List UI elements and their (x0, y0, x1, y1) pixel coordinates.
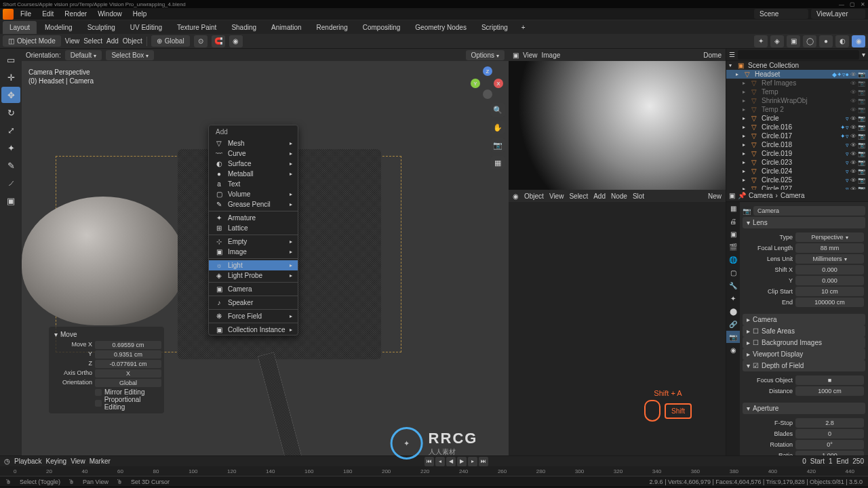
outliner-item-toggles[interactable]: ▿👁📷 (846, 150, 865, 157)
add-menu-item-lattice[interactable]: ⊞Lattice (209, 223, 298, 233)
tab-compositing[interactable]: Compositing (356, 21, 408, 34)
rotate-tool-icon[interactable]: ↻ (1, 104, 20, 121)
disclosure-icon[interactable]: ▾ (729, 62, 736, 68)
tab-material-icon[interactable]: ◉ (726, 344, 740, 356)
safe-areas-header[interactable]: ▸☐Safe Areas (743, 325, 865, 337)
lens-section-header[interactable]: ▾Lens (743, 217, 865, 228)
clipstart-input[interactable]: 10 cm (795, 287, 864, 296)
operator-panel[interactable]: ▾Move Move X0.69559 cm Y0.9351 cm Z-0.07… (49, 327, 164, 413)
outliner-item[interactable]: ▸▽Circle.023▿👁📷 (726, 158, 868, 167)
render-visibility-icon[interactable]: 📷 (858, 150, 865, 157)
disclosure-icon[interactable]: ▸ (743, 150, 749, 157)
outliner-item-toggles[interactable]: 👁📷 (850, 80, 865, 87)
disclosure-icon[interactable]: ▸ (743, 98, 749, 104)
render-visibility-icon[interactable]: 📷 (858, 133, 865, 140)
add-menu-item-force-field[interactable]: ❋Force Field▸ (209, 311, 298, 321)
add-menu-item-curve[interactable]: 〰Curve▸ (209, 148, 298, 159)
outliner-item[interactable]: ▸▽Ref Images👁📷 (726, 79, 868, 87)
outliner-item-toggles[interactable]: 👁📷 (850, 106, 865, 113)
end-frame-input[interactable]: 250 (852, 458, 864, 465)
disclosure-icon[interactable]: ▸ (743, 168, 749, 174)
shading-wireframe-icon[interactable]: ◯ (803, 35, 816, 47)
add-menu-item-collection-instance[interactable]: ▣Collection Instance▸ (209, 325, 298, 335)
shiftx-input[interactable]: 0.000 (795, 265, 864, 274)
outliner-item[interactable]: ▸▽Circle.024▿👁📷 (726, 167, 868, 176)
shader-editor[interactable]: Shift + A Shift (509, 202, 726, 455)
disclosure-icon[interactable]: ▸ (736, 71, 743, 77)
perspective-icon[interactable]: ▦ (491, 156, 505, 169)
visibility-icon[interactable]: 👁 (850, 168, 856, 175)
mirror-checkbox[interactable] (95, 389, 102, 396)
tab-layout[interactable]: Layout (3, 21, 37, 34)
axis-x-icon[interactable]: X (494, 79, 503, 88)
visibility-icon[interactable]: 👁 (850, 124, 856, 131)
add-menu-item-empty[interactable]: ⊹Empty▸ (209, 237, 298, 247)
tab-viewlayer-icon[interactable]: ▣ (726, 228, 740, 240)
visibility-icon[interactable]: 👁 (850, 133, 856, 140)
disclosure-icon[interactable]: ▸ (743, 159, 749, 165)
view-layer-field[interactable]: ViewLayer (811, 9, 865, 19)
tab-modeling[interactable]: Modeling (38, 21, 79, 34)
disclosure-icon[interactable]: ▸ (743, 80, 749, 86)
visibility-icon[interactable]: 👁 (850, 159, 856, 166)
menu-help[interactable]: Help (129, 9, 151, 19)
jump-start-icon[interactable]: ⏮ (425, 457, 434, 466)
menu-edit[interactable]: Edit (38, 9, 58, 19)
orientation-op-value[interactable]: Global (95, 379, 161, 387)
tab-rendering[interactable]: Rendering (310, 21, 355, 34)
tl-marker[interactable]: Marker (90, 458, 111, 465)
zoom-icon[interactable]: 🔍 (491, 103, 505, 117)
visibility-icon[interactable]: 👁 (850, 150, 856, 157)
render-visibility-icon[interactable]: 📷 (858, 177, 865, 184)
render-visibility-icon[interactable]: 📷 (858, 98, 865, 104)
focus-object-picker[interactable]: ■ (795, 375, 864, 385)
scene-field[interactable]: Scene (754, 9, 808, 19)
visibility-icon[interactable]: 👁 (850, 177, 856, 184)
disclosure-icon[interactable]: ▸ (743, 142, 749, 148)
movey-value[interactable]: 0.9351 cm (95, 350, 161, 359)
disclosure-icon[interactable]: ▸ (743, 89, 749, 95)
outliner-item[interactable]: ▸▽Headset◆✦▿●👁📷 (726, 70, 868, 79)
snap-icon[interactable]: 🧲 (212, 35, 225, 47)
blender-logo-icon[interactable] (3, 9, 14, 20)
drag-select[interactable]: Select Box (106, 50, 154, 60)
menu-window[interactable]: Window (94, 9, 126, 19)
image-datablock[interactable]: Dome (703, 52, 722, 59)
img-image[interactable]: Image (542, 52, 561, 59)
outliner-root[interactable]: ▾ ▣ Scene Collection (726, 61, 868, 70)
orientation-dropdown[interactable]: ⊕ Global (151, 35, 190, 47)
outliner[interactable]: ▾ ▣ Scene Collection ▸▽Headset◆✦▿●👁📷▸▽Re… (726, 61, 868, 190)
add-cube-tool-icon[interactable]: ▣ (1, 192, 20, 209)
tab-uv-editing[interactable]: UV Editing (123, 21, 169, 34)
shader-slot[interactable]: Slot (633, 192, 644, 200)
visibility-icon[interactable]: 👁 (850, 142, 856, 148)
tab-scripting[interactable]: Scripting (475, 21, 515, 34)
menu-file[interactable]: File (16, 9, 35, 19)
outliner-item[interactable]: ▸▽Circle.017✦▿👁📷 (726, 131, 868, 140)
prev-key-icon[interactable]: ◂ (435, 457, 445, 466)
add-menu-item-camera[interactable]: ▣Camera (209, 284, 298, 294)
visibility-icon[interactable]: 👁 (850, 106, 856, 113)
shader-node[interactable]: Node (611, 192, 627, 200)
outliner-type-icon[interactable]: ☰ (729, 51, 735, 58)
disclosure-icon[interactable]: ▸ (743, 106, 749, 113)
add-menu-item-text[interactable]: aText (209, 179, 298, 189)
visibility-icon[interactable]: 👁 (850, 115, 856, 122)
breadcrumb-object[interactable]: Camera (749, 192, 773, 199)
cursor-tool-icon[interactable]: ✛ (1, 69, 20, 85)
outliner-item-toggles[interactable]: 👁📷 (850, 89, 865, 96)
lens-type-dropdown[interactable]: Perspective (795, 232, 864, 242)
shader-editor-type-icon[interactable]: ◉ (513, 192, 519, 200)
shader-new-button[interactable]: New (708, 192, 722, 200)
tab-object-icon[interactable]: ▢ (726, 266, 740, 279)
outliner-item[interactable]: ▸▽Circle.016✦▿👁📷 (726, 123, 868, 131)
xray-icon[interactable]: ▣ (787, 35, 800, 47)
tab-modifiers-icon[interactable]: 🔧 (726, 279, 740, 291)
image-editor-type-icon[interactable]: ▣ (513, 52, 519, 59)
render-visibility-icon[interactable]: 📷 (858, 106, 865, 113)
disclosure-icon[interactable]: ▾ (54, 331, 58, 338)
start-frame-input[interactable]: 1 (829, 458, 833, 465)
lens-unit-dropdown[interactable]: Millimeters (795, 254, 864, 264)
render-visibility-icon[interactable]: 📷 (858, 142, 865, 148)
axis-neg-icon[interactable] (483, 89, 492, 99)
